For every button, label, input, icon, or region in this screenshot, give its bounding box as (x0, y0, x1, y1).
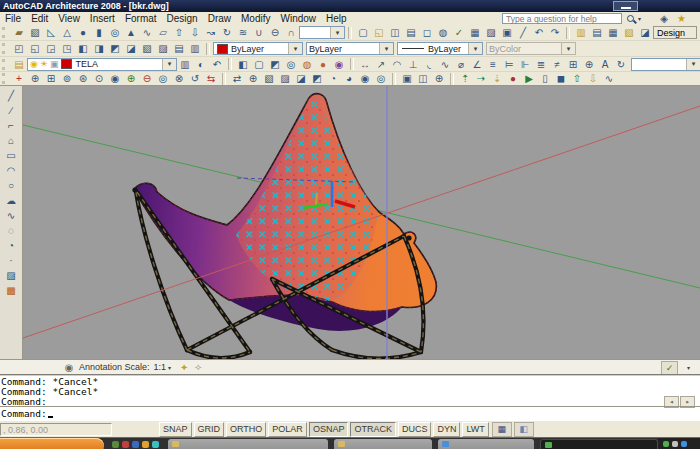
layer-unlock-icon[interactable]: ◪ (123, 42, 139, 56)
favorites-star-icon[interactable]: ★ (677, 12, 686, 25)
named-views-icon[interactable]: ◧ (235, 57, 251, 71)
combo-arrow-icon[interactable] (379, 43, 393, 54)
model-space-icon[interactable]: ▦ (492, 422, 512, 437)
lineweight-control-combo[interactable]: ByLayer (397, 42, 483, 55)
layer-control-combo[interactable]: ◉☀▣ TELA (27, 58, 177, 71)
layer-on-bulb-icon[interactable]: ◉ (30, 59, 38, 69)
visual-style-realistic-icon[interactable]: ● (315, 57, 331, 71)
make-object-layer-current-icon[interactable]: ◰ (11, 42, 27, 56)
publish-icon[interactable]: ◍ (435, 26, 451, 40)
planar-surface-icon[interactable]: ▱ (155, 26, 171, 40)
properties-palette-icon[interactable]: ▤ (589, 26, 605, 40)
qnew-icon[interactable]: ▢ (355, 26, 371, 40)
dim-space-icon[interactable]: ≣ (533, 57, 549, 71)
presspull-icon[interactable]: ⇩ (187, 26, 203, 40)
command-history[interactable]: Command: *Cancel*Command: *Cancel*Comman… (0, 377, 700, 408)
extrude-icon[interactable]: ⇧ (171, 26, 187, 40)
toolbar-grip[interactable] (2, 73, 8, 84)
motion-path-icon[interactable]: ∿ (601, 72, 617, 86)
annotation-scale-value[interactable]: 1:1 (154, 362, 167, 372)
dim-style-combo[interactable] (631, 58, 700, 71)
zoom-previous-icon[interactable]: ↺ (187, 72, 203, 86)
combo-arrow-icon[interactable] (468, 43, 482, 54)
polyline-icon[interactable]: ⌐ (3, 118, 20, 133)
save-icon[interactable]: ◫ (387, 26, 403, 40)
render-icon[interactable]: ◉ (331, 57, 347, 71)
task-button-active[interactable] (540, 439, 658, 449)
dim-diameter-icon[interactable]: ⌀ (453, 57, 469, 71)
menu-window[interactable]: Window (275, 12, 321, 25)
zoom-extents-icon[interactable]: ⊗ (171, 72, 187, 86)
menu-help[interactable]: Help (321, 12, 352, 25)
torus-icon[interactable]: ◎ (107, 26, 123, 40)
polysolid-icon[interactable]: ▰ (11, 26, 27, 40)
dim-radius-icon[interactable]: ◟ (421, 57, 437, 71)
menu-file[interactable]: File (0, 12, 26, 25)
dim-linear-icon[interactable]: ↔ (357, 57, 373, 71)
walk-settings-icon[interactable]: ⇣ (489, 72, 505, 86)
task-button[interactable] (438, 439, 534, 449)
zoom-out-icon[interactable]: ⊖ (139, 72, 155, 86)
layer-states-manager-icon[interactable]: ▥ (177, 57, 193, 71)
3d-pan-icon[interactable]: ⇄ (229, 72, 245, 86)
zoom-in-icon[interactable]: ⊕ (123, 72, 139, 86)
walk-forward-icon[interactable]: ⇧ (569, 72, 585, 86)
toggle-lwt[interactable]: LWT (462, 422, 488, 437)
annotation-scale-dropdown-icon[interactable] (168, 364, 171, 371)
layer-unisolate-icon[interactable]: ◲ (43, 42, 59, 56)
spell-check-icon[interactable]: ✓ (451, 26, 467, 40)
show-target-icon[interactable]: ⊕ (431, 72, 447, 86)
open-icon[interactable]: ◱ (371, 26, 387, 40)
loft-icon[interactable]: ≋ (235, 26, 251, 40)
dim-update-icon[interactable]: ↻ (613, 57, 629, 71)
make-object-layer-current2-icon[interactable]: ◐ (193, 57, 209, 71)
isometric-view-icon[interactable]: ◩ (267, 57, 283, 71)
help-search-button[interactable] (626, 13, 648, 24)
toggle-ortho[interactable]: ORTHO (226, 422, 266, 437)
combo-arrow-icon[interactable] (686, 59, 700, 70)
coordinates-readout[interactable]: , 0.86, 0.00 (0, 423, 112, 436)
command-input-line[interactable]: Command: (0, 406, 700, 420)
menu-view[interactable]: View (53, 12, 85, 25)
zoom-all-icon[interactable]: ◎ (155, 72, 171, 86)
toolbar-grip[interactable] (2, 43, 8, 54)
zoom-scale-icon[interactable]: ⊛ (75, 72, 91, 86)
adjust-distance-icon[interactable]: ◩ (309, 72, 325, 86)
combo-arrow-icon[interactable] (288, 43, 302, 54)
menu-format[interactable]: Format (120, 12, 162, 25)
animation-save-icon[interactable]: ◼ (553, 72, 569, 86)
zoom-object-icon[interactable]: ◉ (107, 72, 123, 86)
animation-play-icon[interactable]: ▶ (521, 72, 537, 86)
menu-modify[interactable]: Modify (236, 12, 275, 25)
layer-lock-icon[interactable]: ◩ (107, 42, 123, 56)
quickcalc-icon[interactable]: ▦ (467, 26, 483, 40)
toolbar-grip[interactable] (2, 59, 8, 70)
continuous-orbit-icon[interactable]: ◉ (357, 72, 373, 86)
visual-style-wireframe-icon[interactable]: ◎ (283, 57, 299, 71)
layer-properties-manager-icon[interactable]: ▤ (11, 57, 27, 71)
task-button[interactable] (168, 439, 328, 449)
dim-text-edit-icon[interactable]: A (597, 57, 613, 71)
point-icon[interactable]: · (3, 253, 20, 268)
box-icon[interactable]: ▧ (27, 26, 43, 40)
intersect-icon[interactable]: ∩ (283, 26, 299, 40)
toggle-snap[interactable]: SNAP (159, 422, 192, 437)
undo-icon[interactable]: ↶ (531, 26, 547, 40)
cone-icon[interactable]: △ (59, 26, 75, 40)
minimize-button[interactable] (613, 1, 638, 11)
sweep-icon[interactable]: ↝ (203, 26, 219, 40)
animation-record-icon[interactable]: ● (505, 72, 521, 86)
top-view-icon[interactable]: ▢ (251, 57, 267, 71)
dim-arc-length-icon[interactable]: ◠ (389, 57, 405, 71)
viewport-3d[interactable] (23, 86, 700, 359)
zoom-dynamic-icon[interactable]: ⊚ (59, 72, 75, 86)
orbit-settings-icon[interactable]: ◎ (373, 72, 389, 86)
union-icon[interactable]: ∪ (251, 26, 267, 40)
helix-icon[interactable]: ∿ (139, 26, 155, 40)
menu-edit[interactable]: Edit (26, 12, 53, 25)
walk-icon[interactable]: ⇡ (457, 72, 473, 86)
tool-palettes-icon[interactable]: ▥ (573, 26, 589, 40)
toggle-polar[interactable]: POLAR (268, 422, 307, 437)
task-button[interactable] (334, 439, 432, 449)
arc-icon[interactable]: ◠ (3, 163, 20, 178)
